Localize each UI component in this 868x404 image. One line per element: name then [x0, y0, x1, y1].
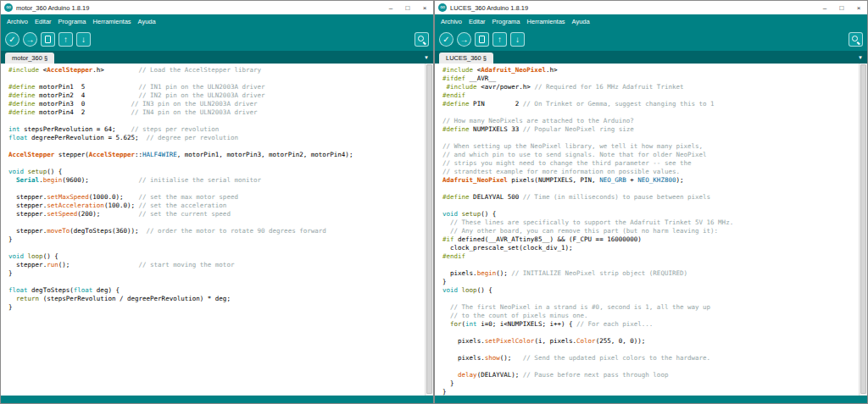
- close-button[interactable]: ×: [850, 1, 867, 14]
- menu-herramientas[interactable]: Herramientas: [90, 18, 135, 25]
- title-bar[interactable]: ∞ LUCES_360 Arduino 1.8.19 – □ ×: [435, 1, 867, 14]
- scrollbar[interactable]: [425, 64, 433, 396]
- arrow-right-icon: →: [460, 36, 469, 44]
- new-sketch-button[interactable]: [475, 32, 489, 47]
- title-bar[interactable]: ∞ motor_360 Arduino 1.8.19 – □ ×: [1, 1, 433, 14]
- new-document-icon: [45, 36, 51, 43]
- tab-menu-button[interactable]: ▼: [854, 55, 867, 60]
- arrow-up-icon: ↑: [498, 36, 502, 44]
- close-button[interactable]: ×: [416, 1, 433, 14]
- arrow-down-icon: ↓: [515, 36, 520, 44]
- save-sketch-button[interactable]: ↓: [510, 32, 525, 47]
- window-title: LUCES_360 Arduino 1.8.19: [450, 4, 816, 12]
- menu-programa[interactable]: Programa: [489, 18, 524, 25]
- scrollbar-thumb[interactable]: [426, 64, 432, 394]
- upload-button[interactable]: →: [23, 32, 37, 47]
- status-bar: [435, 396, 867, 403]
- arduino-app-icon: ∞: [4, 3, 13, 12]
- new-document-icon: [479, 36, 485, 43]
- arduino-window-luces-360: ∞ LUCES_360 Arduino 1.8.19 – □ × Archivo…: [434, 0, 868, 404]
- arrow-right-icon: →: [26, 36, 35, 44]
- verify-button[interactable]: ✓: [5, 32, 19, 47]
- menu-archivo[interactable]: Archivo: [3, 18, 31, 25]
- status-bar: [1, 396, 433, 403]
- magnifier-icon: [417, 35, 426, 44]
- editor-pane: #include <AccelStepper.h> // Load the Ac…: [1, 64, 433, 396]
- toolbar: ✓ → ↑ ↓: [435, 28, 867, 51]
- window-title: motor_360 Arduino 1.8.19: [16, 4, 382, 12]
- code-editor[interactable]: #include <Adafruit_NeoPixel.h>#ifdef __A…: [435, 64, 859, 396]
- magnifier-icon: [851, 35, 860, 44]
- menu-programa[interactable]: Programa: [55, 18, 90, 25]
- verify-button[interactable]: ✓: [439, 32, 453, 47]
- minimize-button[interactable]: –: [382, 1, 399, 14]
- scrollbar[interactable]: [859, 64, 867, 396]
- toolbar: ✓ → ↑ ↓: [1, 28, 433, 51]
- check-icon: ✓: [442, 36, 449, 44]
- arrow-down-icon: ↓: [81, 36, 86, 44]
- open-sketch-button[interactable]: ↑: [492, 32, 507, 47]
- menu-bar: Archivo Editar Programa Herramientas Ayu…: [1, 14, 433, 28]
- code-editor[interactable]: #include <AccelStepper.h> // Load the Ac…: [1, 64, 425, 396]
- arduino-window-motor-360: ∞ motor_360 Arduino 1.8.19 – □ × Archivo…: [0, 0, 434, 404]
- maximize-button[interactable]: □: [833, 1, 850, 14]
- arduino-app-icon: ∞: [438, 3, 447, 12]
- menu-editar[interactable]: Editar: [465, 18, 489, 25]
- menu-ayuda[interactable]: Ayuda: [569, 18, 593, 25]
- menu-herramientas[interactable]: Herramientas: [524, 18, 569, 25]
- scrollbar-thumb[interactable]: [860, 64, 866, 394]
- open-sketch-button[interactable]: ↑: [58, 32, 73, 47]
- upload-button[interactable]: →: [457, 32, 471, 47]
- desktop: ∞ motor_360 Arduino 1.8.19 – □ × Archivo…: [0, 0, 868, 404]
- serial-monitor-button[interactable]: [849, 32, 863, 47]
- menu-editar[interactable]: Editar: [31, 18, 55, 25]
- tab-strip: motor_360 § ▼: [1, 51, 433, 64]
- menu-ayuda[interactable]: Ayuda: [135, 18, 159, 25]
- new-sketch-button[interactable]: [41, 32, 55, 47]
- serial-monitor-button[interactable]: [415, 32, 429, 47]
- arrow-up-icon: ↑: [64, 36, 68, 44]
- menu-archivo[interactable]: Archivo: [437, 18, 465, 25]
- tab-strip: LUCES_360 § ▼: [435, 51, 867, 64]
- tab-menu-button[interactable]: ▼: [420, 55, 433, 60]
- maximize-button[interactable]: □: [399, 1, 416, 14]
- check-icon: ✓: [8, 36, 15, 44]
- tab-motor-360[interactable]: motor_360 §: [5, 53, 54, 64]
- menu-bar: Archivo Editar Programa Herramientas Ayu…: [435, 14, 867, 28]
- minimize-button[interactable]: –: [816, 1, 833, 14]
- editor-pane: #include <Adafruit_NeoPixel.h>#ifdef __A…: [435, 64, 867, 396]
- save-sketch-button[interactable]: ↓: [76, 32, 91, 47]
- tab-luces-360[interactable]: LUCES_360 §: [439, 53, 493, 64]
